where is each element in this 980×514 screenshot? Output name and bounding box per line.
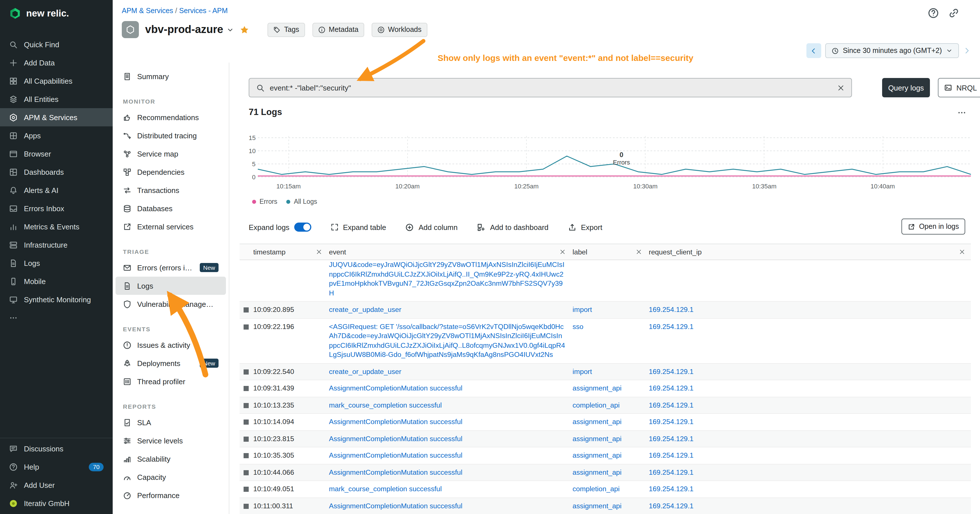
cell-event[interactable]: AssignmentCompletionMutation successful [328, 414, 571, 430]
table-row[interactable]: 10:09:31.439AssignmentCompletionMutation… [240, 380, 971, 397]
cell-event[interactable]: mark_course_completion successful [328, 397, 571, 413]
cell-label[interactable]: import [571, 363, 648, 380]
sidebar-item-apps[interactable]: Apps [0, 126, 113, 145]
clear-query-icon[interactable] [837, 84, 845, 91]
tags-button[interactable]: Tags [268, 22, 305, 37]
subnav-item-deployments[interactable]: DeploymentsNew [116, 354, 226, 372]
sidebar-item-all-capabilities[interactable]: All Capabilities [0, 72, 113, 90]
cell-label[interactable]: sso [571, 318, 648, 363]
subnav-item-service-levels[interactable]: Service levels [116, 431, 226, 450]
table-row[interactable]: JUQVU&code=eyJraWQiOiJjcGltY29yZV8wOTl1M… [240, 260, 971, 302]
cell-label[interactable]: assignment_api [571, 447, 648, 464]
help-icon[interactable] [928, 7, 939, 19]
cell-request-client-ip[interactable]: 169.254.129.1 [648, 302, 971, 318]
subnav-item-external-services[interactable]: External services [116, 218, 226, 236]
remove-event-column-icon[interactable] [560, 249, 566, 255]
sidebar-item-metrics-events[interactable]: Metrics & Events [0, 218, 113, 236]
row-checkbox[interactable] [243, 324, 249, 329]
row-checkbox[interactable] [243, 420, 249, 425]
table-row[interactable]: 10:10:23.815AssignmentCompletionMutation… [240, 431, 971, 447]
remove-timestamp-column-icon[interactable] [316, 249, 322, 255]
cell-label[interactable]: assignment_api [571, 414, 648, 430]
row-checkbox[interactable] [243, 436, 249, 441]
log-query-input[interactable] [270, 83, 832, 92]
cell-label[interactable]: assignment_api [571, 431, 648, 447]
subnav-item-distributed-tracing[interactable]: Distributed tracing [116, 126, 226, 145]
export-button[interactable]: Export [568, 223, 602, 231]
cell-label[interactable] [571, 260, 648, 301]
subnav-item-databases[interactable]: Databases [116, 199, 226, 218]
sidebar-item-browser[interactable]: Browser [0, 145, 113, 163]
cell-request-client-ip[interactable]: 169.254.129.1 [648, 397, 971, 413]
cell-request-client-ip[interactable]: 169.254.129.1 [648, 363, 971, 380]
expand-logs-control[interactable]: Expand logs [249, 223, 311, 232]
breadcrumb-services-apm[interactable]: Services - APM [179, 7, 228, 15]
sidebar-item-synthetic-monitoring[interactable]: Synthetic Monitoring [0, 290, 113, 309]
cell-request-client-ip[interactable]: 169.254.129.1 [648, 447, 971, 464]
sidebar-item-alerts-ai[interactable]: Alerts & AI [0, 181, 113, 199]
time-forward-button[interactable] [963, 47, 971, 55]
cell-label[interactable]: import [571, 302, 648, 318]
query-logs-button[interactable]: Query logs [882, 78, 930, 97]
cell-request-client-ip[interactable]: 169.254.129.1 [648, 414, 971, 430]
sidebar-footer-item-iterativ-gmbh[interactable]: Iterativ GmbH [0, 494, 113, 512]
open-in-logs-button[interactable]: Open in logs [902, 219, 965, 234]
sidebar-item-more[interactable] [0, 309, 113, 327]
sidebar-footer-item-add-user[interactable]: Add User [0, 476, 113, 494]
sidebar-item-infrastructure[interactable]: Infrastructure [0, 236, 113, 254]
breadcrumb-apm-services[interactable]: APM & Services [122, 7, 173, 15]
row-checkbox[interactable] [243, 307, 249, 312]
subnav-item-performance[interactable]: Performance [116, 486, 226, 504]
subnav-item-thread-profiler[interactable]: Thread profiler [116, 372, 226, 390]
table-row[interactable]: 10:09:22.540create_or_update_userimport1… [240, 363, 971, 380]
new-relic-logo[interactable]: new relic. [0, 0, 113, 27]
cell-event[interactable]: create_or_update_user [328, 363, 571, 380]
add-column-button[interactable]: Add column [406, 223, 458, 231]
cell-label[interactable]: completion_api [571, 397, 648, 413]
cell-request-client-ip[interactable]: 169.254.129.1 [648, 481, 971, 497]
table-row[interactable]: 10:09:20.895create_or_update_userimport1… [240, 302, 971, 318]
row-checkbox[interactable] [243, 470, 249, 475]
legend-all-logs[interactable]: All Logs [286, 198, 317, 205]
cell-event[interactable]: create_or_update_user [328, 302, 571, 318]
entity-name[interactable]: vbv-prod-azure [145, 23, 223, 36]
cell-label[interactable]: assignment_api [571, 380, 648, 396]
cell-event[interactable]: mark_course_completion successful [328, 481, 571, 497]
subnav-item-vulnerability-management[interactable]: Vulnerability Management [116, 295, 226, 313]
table-row[interactable]: 10:10:44.066AssignmentCompletionMutation… [240, 464, 971, 481]
remove-request-client-ip-column-icon[interactable] [959, 249, 965, 255]
subnav-item-dependencies[interactable]: Dependencies [116, 163, 226, 181]
favorite-star-icon[interactable] [240, 25, 250, 35]
subnav-item-transactions[interactable]: Transactions [116, 181, 226, 199]
cell-event[interactable]: AssignmentCompletionMutation successful [328, 464, 571, 481]
legend-errors[interactable]: Errors [252, 198, 277, 205]
sidebar-item-mobile[interactable]: Mobile [0, 272, 113, 290]
nrql-button[interactable]: NRQL [938, 78, 980, 97]
cell-event[interactable]: AssignmentCompletionMutation successful [328, 498, 571, 514]
expand-logs-toggle[interactable] [294, 223, 311, 232]
workloads-button[interactable]: Workloads [372, 22, 427, 37]
cell-event[interactable]: AssignmentCompletionMutation successful [328, 447, 571, 464]
subnav-item-service-map[interactable]: Service map [116, 145, 226, 163]
cell-request-client-ip[interactable] [648, 260, 971, 301]
row-checkbox[interactable] [243, 487, 249, 492]
more-options-icon[interactable] [957, 108, 966, 117]
metadata-button[interactable]: Metadata [312, 22, 364, 37]
subnav-item-scalability[interactable]: Scalability [116, 450, 226, 468]
cell-event[interactable]: AssignmentCompletionMutation successful [328, 380, 571, 396]
sidebar-item-all-entities[interactable]: All Entities [0, 90, 113, 108]
cell-request-client-ip[interactable]: 169.254.129.1 [648, 380, 971, 396]
row-checkbox[interactable] [243, 403, 249, 408]
subnav-item-summary[interactable]: Summary [116, 67, 226, 85]
table-row[interactable]: 10:11:00.311AssignmentCompletionMutation… [240, 498, 971, 514]
cell-label[interactable]: completion_api [571, 481, 648, 497]
table-row[interactable]: 10:10:35.305AssignmentCompletionMutation… [240, 447, 971, 464]
cell-label[interactable]: assignment_api [571, 498, 648, 514]
cell-request-client-ip[interactable]: 169.254.129.1 [648, 431, 971, 447]
cell-event[interactable]: <ASGIRequest: GET '/sso/callback/?state=… [328, 318, 571, 363]
cell-request-client-ip[interactable]: 169.254.129.1 [648, 498, 971, 514]
remove-label-column-icon[interactable] [636, 249, 642, 255]
subnav-item-errors-errors-inb[interactable]: Errors (errors inb...New [116, 258, 226, 277]
table-row[interactable]: 10:10:49.051mark_course_completion succe… [240, 481, 971, 498]
permalink-icon[interactable] [948, 7, 959, 19]
